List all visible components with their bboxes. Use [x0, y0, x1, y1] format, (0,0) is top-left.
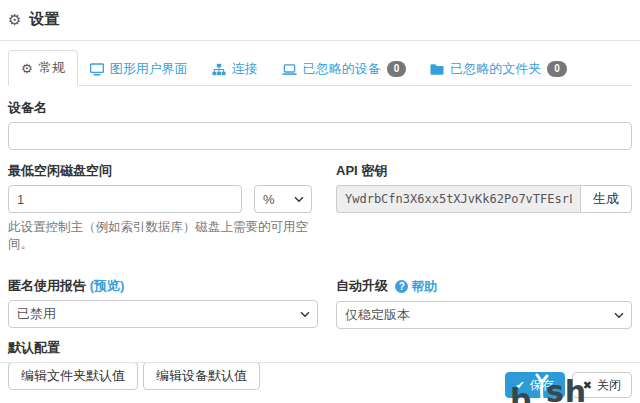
tab-general[interactable]: ⚙ 常规 [8, 50, 78, 86]
folder-icon [430, 63, 444, 75]
sitemap-icon [212, 63, 226, 76]
chevron-down-icon [294, 190, 304, 205]
min-disk-free-help: 此设置控制主（例如索引数据库）磁盘上需要的可用空间。 [8, 219, 318, 253]
selected-unit: % [263, 192, 275, 207]
usage-report-select[interactable]: 已禁用 [8, 300, 318, 328]
tab-ignored-devices[interactable]: 已忽略的设备 0 [270, 52, 419, 86]
auto-upgrade-help-link[interactable]: ?帮助 [395, 278, 437, 296]
tab-label: 连接 [232, 60, 258, 78]
question-circle-icon: ? [395, 280, 408, 293]
usage-report-label-text: 匿名使用报告 [8, 278, 86, 293]
dialog-header: ⚙ 设置 [0, 0, 640, 41]
ignored-folders-count-badge: 0 [547, 61, 567, 77]
tab-ignored-folders[interactable]: 已忽略的文件夹 0 [418, 52, 579, 86]
dialog-footer: ✔ 保存 ✖ 关闭 [0, 362, 640, 403]
check-icon: ✔ [516, 380, 525, 391]
save-button[interactable]: ✔ 保存 [505, 372, 565, 398]
api-key-input [336, 185, 580, 213]
settings-dialog: ⚙ 设置 ⚙ 常规 图形用户界面 连接 [0, 0, 640, 403]
chevron-down-icon [300, 305, 310, 320]
device-name-input[interactable] [8, 122, 632, 150]
chevron-down-icon [614, 306, 624, 321]
close-button[interactable]: ✖ 关闭 [572, 372, 632, 398]
usage-report-group: 匿名使用报告 (预览) 已禁用 [8, 277, 318, 329]
generate-api-key-button[interactable]: 生成 [580, 185, 632, 213]
ignored-devices-count-badge: 0 [387, 61, 407, 77]
defaults-label: 默认配置 [8, 339, 632, 357]
dialog-title-text: 设置 [29, 10, 59, 29]
min-disk-free-unit-select[interactable]: % [254, 185, 312, 213]
tab-connections[interactable]: 连接 [200, 52, 270, 86]
api-key-label: API 密钥 [336, 162, 632, 180]
min-disk-free-label: 最低空闲磁盘空间 [8, 162, 318, 180]
api-key-group: API 密钥 生成 [336, 162, 632, 253]
save-button-label: 保存 [530, 377, 554, 394]
tab-gui[interactable]: 图形用户界面 [78, 52, 200, 86]
tab-bar: ⚙ 常规 图形用户界面 连接 已忽略的设备 0 [0, 41, 640, 86]
x-icon: ✖ [583, 380, 592, 391]
laptop-icon [282, 63, 297, 76]
usage-report-preview-link[interactable]: (预览) [90, 278, 125, 293]
dialog-body: 设备名 最低空闲磁盘空间 % 此设置控制主（例如索引数据库）磁盘上需要的可用空间… [0, 86, 640, 390]
gear-icon: ⚙ [8, 12, 21, 27]
usage-report-label: 匿名使用报告 (预览) [8, 277, 318, 295]
usage-report-selected: 已禁用 [17, 305, 56, 323]
tab-label: 已忽略的设备 [303, 60, 381, 78]
gear-icon: ⚙ [21, 61, 33, 76]
auto-upgrade-label-text: 自动升级 [336, 278, 388, 293]
tab-label: 常规 [39, 59, 65, 77]
min-disk-free-input[interactable] [8, 185, 242, 213]
device-name-group: 设备名 [8, 99, 632, 150]
close-button-label: 关闭 [597, 377, 621, 394]
tab-label: 已忽略的文件夹 [450, 60, 541, 78]
auto-upgrade-label: 自动升级 ?帮助 [336, 277, 632, 296]
tab-label: 图形用户界面 [110, 60, 188, 78]
auto-upgrade-select[interactable]: 仅稳定版本 [336, 301, 632, 329]
help-link-text: 帮助 [411, 278, 437, 296]
monitor-icon [90, 63, 104, 76]
auto-upgrade-selected: 仅稳定版本 [345, 306, 410, 324]
min-disk-free-group: 最低空闲磁盘空间 % 此设置控制主（例如索引数据库）磁盘上需要的可用空间。 [8, 162, 318, 253]
auto-upgrade-group: 自动升级 ?帮助 仅稳定版本 [336, 277, 632, 329]
dialog-title: ⚙ 设置 [8, 10, 632, 29]
device-name-label: 设备名 [8, 99, 632, 117]
